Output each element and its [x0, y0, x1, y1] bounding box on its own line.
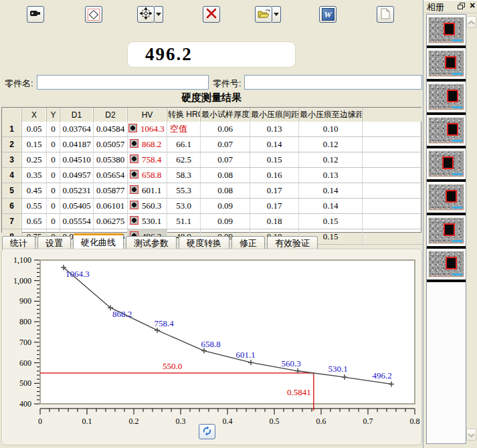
column-header[interactable]: 最小试样厚度 [201, 108, 250, 122]
album-thumbnail[interactable] [427, 249, 466, 282]
hv-cell[interactable]: 1064.3 [128, 122, 167, 137]
table-cell[interactable]: 0.05877 [94, 183, 128, 199]
tab-7[interactable]: 有效验证 [267, 236, 318, 249]
table-cell[interactable]: 66.1 [167, 137, 201, 152]
table-cell[interactable]: 0.08 [201, 168, 250, 183]
table-cell[interactable]: 0.12 [299, 137, 363, 152]
hv-cell[interactable]: 758.4 [128, 152, 167, 168]
open-file-button[interactable] [255, 6, 272, 23]
hv-cell[interactable]: 560.3 [128, 199, 167, 214]
table-cell[interactable]: 0.08 [201, 183, 250, 199]
refresh-chart-button[interactable] [199, 424, 215, 439]
table-cell[interactable]: 0.13 [250, 122, 299, 137]
table-cell[interactable]: 0 [47, 199, 60, 214]
part-name-input[interactable] [37, 75, 209, 90]
table-cell[interactable]: 0.45 [22, 183, 47, 199]
album-thumbnail[interactable] [427, 48, 466, 82]
column-header[interactable]: D1 [60, 108, 94, 122]
album-thumbnail[interactable] [427, 115, 466, 148]
float-window-icon[interactable] [458, 3, 465, 9]
table-row[interactable]: 20.1500.041870.05057868.266.10.070.140.1… [2, 137, 443, 152]
hv-cell[interactable]: 601.1 [128, 183, 167, 199]
tab-2[interactable]: 设置 [37, 236, 71, 249]
table-cell[interactable]: 1 [2, 122, 22, 137]
hv-cell[interactable]: 868.2 [128, 137, 167, 152]
table-cell[interactable]: 0.12 [299, 152, 363, 168]
delete-button[interactable] [203, 6, 220, 23]
column-header[interactable]: Y [47, 108, 60, 122]
tab-1[interactable]: 统计 [2, 236, 35, 249]
table-cell[interactable]: 0.14 [250, 137, 299, 152]
table-cell[interactable]: 0.25 [22, 152, 47, 168]
table-cell[interactable]: 0 [47, 122, 60, 137]
export-word-button[interactable]: W [319, 6, 337, 23]
hv-cell[interactable]: 658.8 [128, 168, 167, 183]
table-cell[interactable]: 53.0 [167, 199, 201, 214]
album-scroll-down-button[interactable] [466, 429, 476, 441]
table-cell[interactable]: 0.15 [299, 214, 363, 229]
table-row[interactable]: 50.4500.052310.05877601.155.30.080.170.1… [2, 183, 443, 199]
table-cell[interactable]: 0 [47, 168, 60, 183]
part-number-input[interactable] [244, 75, 422, 90]
album-thumbnail[interactable] [427, 215, 466, 249]
tab-3[interactable]: 硬化曲线 [73, 233, 124, 249]
table-cell[interactable]: 0.10 [299, 122, 363, 137]
table-cell[interactable]: 0 [47, 152, 60, 168]
camera-button[interactable] [27, 6, 44, 23]
table-cell[interactable]: 0.06 [201, 122, 250, 137]
table-cell[interactable]: 0.09 [201, 214, 250, 229]
column-header[interactable] [2, 108, 22, 122]
table-cell[interactable]: 0.05380 [94, 152, 128, 168]
table-cell[interactable]: 0.18 [250, 214, 299, 229]
table-cell[interactable]: 0.14 [299, 183, 363, 199]
table-cell[interactable]: 0.05 [22, 122, 47, 137]
table-cell[interactable]: 空值 [167, 122, 201, 137]
new-report-button[interactable] [377, 6, 394, 23]
column-header[interactable]: X [22, 108, 47, 122]
table-cell[interactable]: 0 [47, 137, 60, 152]
album-thumbnail[interactable] [427, 182, 466, 215]
column-header[interactable]: 转换 HRC [167, 108, 201, 122]
table-cell[interactable]: 0.16 [250, 168, 299, 183]
column-header[interactable]: HV [128, 108, 167, 122]
move-indent-button[interactable] [137, 6, 155, 23]
album-thumbnail[interactable] [427, 148, 466, 182]
table-cell[interactable]: 3 [2, 152, 22, 168]
table-cell[interactable]: 0.09 [201, 199, 250, 214]
table-cell[interactable]: 0.05057 [94, 137, 128, 152]
table-cell[interactable]: 0.05405 [60, 199, 94, 214]
table-cell[interactable]: 0.04584 [94, 122, 128, 137]
tab-5[interactable]: 硬度转换 [179, 236, 229, 249]
table-cell[interactable]: 0.55 [22, 199, 47, 214]
table-cell[interactable]: 0.17 [250, 199, 299, 214]
table-cell[interactable]: 0.06275 [94, 214, 128, 229]
table-cell[interactable]: 0.07 [201, 152, 250, 168]
open-file-dropdown[interactable] [272, 6, 281, 23]
table-row[interactable]: 10.0500.037640.045841064.3空值0.060.130.10 [2, 122, 443, 137]
table-cell[interactable]: 0.04957 [60, 168, 94, 183]
close-icon[interactable]: × [468, 0, 477, 11]
table-cell[interactable]: 4 [2, 168, 22, 183]
table-cell[interactable]: 2 [2, 137, 22, 152]
tab-4[interactable]: 测试参数 [126, 236, 177, 249]
column-header[interactable]: D2 [94, 108, 128, 122]
table-cell[interactable]: 7 [2, 214, 22, 229]
table-cell[interactable]: 6 [2, 199, 22, 214]
table-cell[interactable]: 0.05231 [60, 183, 94, 199]
table-cell[interactable]: 0.05654 [94, 168, 128, 183]
album-thumbnail[interactable] [427, 82, 466, 115]
table-cell[interactable]: 0.04187 [60, 137, 94, 152]
measure-frame-button[interactable] [85, 6, 102, 23]
column-header[interactable]: 最小压痕至边缘距 [299, 108, 363, 122]
column-header[interactable]: 最小压痕间距 [250, 108, 299, 122]
table-cell[interactable]: 0.05554 [60, 214, 94, 229]
table-row[interactable]: 40.3500.049570.05654658.858.30.080.160.1… [2, 168, 443, 183]
table-cell[interactable]: 0.15 [22, 137, 47, 152]
table-cell[interactable]: 0 [47, 214, 60, 229]
move-indent-dropdown[interactable] [155, 6, 163, 23]
table-cell[interactable]: 5 [2, 183, 22, 199]
table-row[interactable]: 60.5500.054050.06101560.353.00.090.170.1… [2, 199, 443, 214]
table-cell[interactable]: 0.03764 [60, 122, 94, 137]
table-cell[interactable]: 0.14 [299, 199, 363, 214]
table-cell[interactable]: 0.13 [299, 168, 363, 183]
